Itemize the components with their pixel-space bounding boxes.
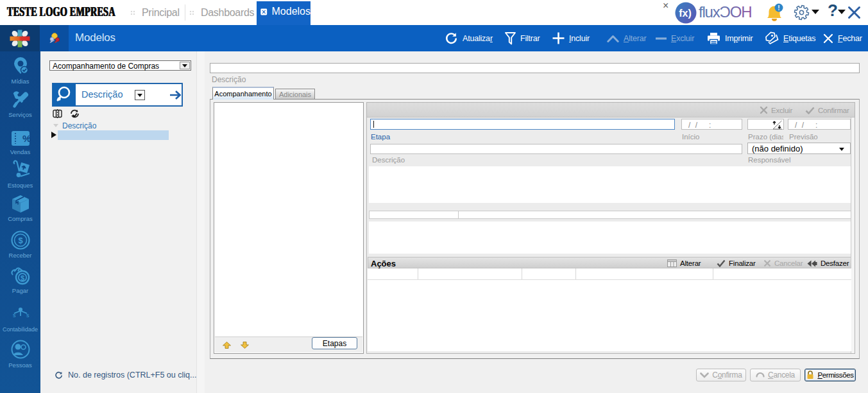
svg-text:s: s — [13, 312, 16, 319]
svg-text:fx): fx) — [679, 8, 692, 19]
svg-text:$: $ — [20, 274, 24, 282]
svg-text:$: $ — [18, 236, 23, 245]
svg-text:s: s — [26, 312, 30, 319]
svg-text:%: % — [22, 133, 31, 144]
svg-text:!: ! — [778, 4, 779, 12]
svg-text:fluxƆOH: fluxƆOH — [699, 3, 751, 21]
